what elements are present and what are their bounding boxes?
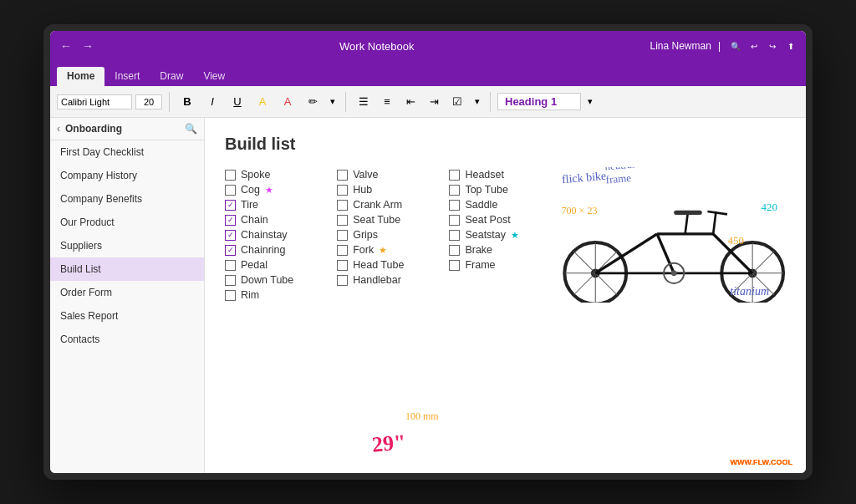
list-item: Spoke bbox=[225, 167, 337, 182]
sidebar-back-icon[interactable]: ‹ bbox=[57, 123, 60, 135]
checkbox-handlebar[interactable] bbox=[337, 275, 348, 286]
item-label: Pedal bbox=[241, 259, 268, 271]
checkbox-top-tube[interactable] bbox=[449, 185, 460, 196]
clear-format-button[interactable]: ✏ bbox=[302, 91, 324, 113]
font-size-input[interactable] bbox=[135, 94, 162, 109]
item-label: Head Tube bbox=[353, 259, 404, 271]
checkbox-chain[interactable] bbox=[225, 215, 236, 226]
checklist-column-3: Headset Top Tube Saddle bbox=[449, 167, 561, 303]
sidebar-item-sales-report[interactable]: Sales Report bbox=[50, 304, 204, 328]
sidebar-item-order-form[interactable]: Order Form bbox=[50, 281, 204, 304]
checkbox-hub[interactable] bbox=[337, 185, 348, 196]
annotation-100mm: 100 mm bbox=[405, 410, 439, 423]
item-label: Frame bbox=[465, 259, 495, 271]
heading-selector[interactable] bbox=[497, 93, 581, 110]
sidebar-item-build-list[interactable]: Build List bbox=[50, 257, 204, 281]
tab-draw[interactable]: Draw bbox=[150, 67, 193, 86]
ribbon-toolbar: B I U A A ✏ ▾ ☰ ≡ ⇤ ⇥ ☑ ▾ ▾ bbox=[50, 86, 806, 118]
star-icon-orange: ★ bbox=[379, 245, 387, 256]
undo-icon[interactable]: ↩ bbox=[746, 38, 762, 54]
item-label: Grips bbox=[353, 229, 378, 241]
checkbox-pedal[interactable] bbox=[225, 260, 236, 271]
sidebar-section-title: Onboarding bbox=[65, 123, 180, 135]
checkbox-cog[interactable] bbox=[225, 185, 236, 196]
decrease-indent-button[interactable]: ⇤ bbox=[400, 91, 421, 113]
sidebar-item-company-benefits[interactable]: Company Benefits bbox=[50, 187, 204, 211]
item-label: Saddle bbox=[465, 199, 497, 211]
svg-line-20 bbox=[713, 211, 716, 234]
checkbox-saddle[interactable] bbox=[449, 200, 460, 211]
sidebar: ‹ Onboarding 🔍 First Day Checklist Compa… bbox=[50, 118, 205, 473]
increase-indent-button[interactable]: ⇥ bbox=[423, 91, 445, 113]
checkbox-down-tube[interactable] bbox=[225, 275, 236, 286]
list-item: Fork ★ bbox=[337, 242, 449, 257]
item-label: Fork bbox=[353, 244, 374, 256]
share-icon[interactable]: ⬆ bbox=[782, 38, 799, 54]
checkbox-seatstay[interactable] bbox=[449, 230, 460, 241]
item-label: Headset bbox=[465, 169, 504, 181]
checkbox-valve[interactable] bbox=[337, 170, 348, 181]
search-icon[interactable]: 🔍 bbox=[727, 38, 744, 54]
item-label: Down Tube bbox=[241, 274, 293, 286]
sidebar-item-company-history[interactable]: Company History bbox=[50, 164, 204, 187]
sidebar-search-bar: ‹ Onboarding 🔍 bbox=[50, 118, 204, 140]
highlight-button[interactable]: A bbox=[252, 91, 273, 113]
tab-view[interactable]: View bbox=[193, 67, 235, 86]
bullet-list-button[interactable]: ☰ bbox=[353, 91, 374, 113]
svg-rect-19 bbox=[674, 211, 702, 215]
content-inner: Build list Spoke Cog ★ bbox=[205, 118, 806, 473]
tab-insert[interactable]: Insert bbox=[104, 67, 150, 86]
screen: ← → Work Notebook Lina Newman | 🔍 ↩ ↪ ⬆ … bbox=[50, 31, 806, 473]
underline-button[interactable]: U bbox=[227, 91, 248, 113]
list-item: Down Tube bbox=[225, 272, 337, 288]
item-label: Spoke bbox=[241, 169, 270, 181]
sidebar-item-our-product[interactable]: Our Product bbox=[50, 211, 204, 234]
checkbox-spoke[interactable] bbox=[225, 170, 236, 181]
checkbox-button[interactable]: ☑ bbox=[446, 91, 468, 113]
checkbox-seat-tube[interactable] bbox=[337, 215, 348, 226]
checkbox-chainring[interactable] bbox=[225, 245, 236, 256]
checkbox-head-tube[interactable] bbox=[337, 260, 348, 271]
back-arrow[interactable]: ← bbox=[57, 38, 75, 54]
heading-dropdown[interactable]: ▾ bbox=[584, 94, 596, 109]
page-title: Build list bbox=[225, 135, 786, 154]
numbered-list-button[interactable]: ≡ bbox=[376, 91, 398, 113]
item-label: Chain bbox=[241, 214, 268, 226]
redo-icon[interactable]: ↪ bbox=[764, 38, 781, 54]
list-item: Top Tube bbox=[449, 182, 561, 197]
list-item: Handlebar bbox=[337, 272, 449, 288]
list-item: Chainring bbox=[225, 242, 337, 257]
sidebar-item-suppliers[interactable]: Suppliers bbox=[50, 234, 204, 257]
checkbox-frame[interactable] bbox=[449, 260, 460, 271]
watermark-label: WWW.FLW.COOL bbox=[731, 458, 792, 466]
svg-point-24 bbox=[670, 270, 676, 276]
list-item: Rim bbox=[225, 288, 337, 303]
list-item: Seat Tube bbox=[337, 212, 449, 227]
checkbox-brake[interactable] bbox=[449, 245, 460, 256]
bold-button[interactable]: B bbox=[176, 91, 198, 113]
checklist-section: Spoke Cog ★ Tire bbox=[225, 167, 786, 303]
checkbox-seat-post[interactable] bbox=[449, 215, 460, 226]
format-dropdown[interactable]: ▾ bbox=[327, 94, 339, 109]
font-name-input[interactable] bbox=[57, 94, 132, 109]
list-dropdown[interactable]: ▾ bbox=[471, 94, 483, 109]
checkbox-crank-arm[interactable] bbox=[337, 200, 348, 211]
checkbox-fork[interactable] bbox=[337, 245, 348, 256]
checkbox-headset[interactable] bbox=[449, 170, 460, 181]
italic-button[interactable]: I bbox=[201, 91, 223, 113]
star-icon-pink: ★ bbox=[265, 185, 273, 196]
checklist-column-1: Spoke Cog ★ Tire bbox=[225, 167, 337, 303]
checkbox-rim[interactable] bbox=[225, 290, 236, 301]
checkbox-grips[interactable] bbox=[337, 230, 348, 241]
sidebar-search-icon[interactable]: 🔍 bbox=[185, 123, 197, 135]
sidebar-item-contacts[interactable]: Contacts bbox=[50, 328, 204, 351]
item-label: Top Tube bbox=[465, 184, 507, 196]
list-item: Brake bbox=[449, 242, 561, 257]
checkbox-chainstay[interactable] bbox=[225, 230, 236, 241]
checkbox-tire[interactable] bbox=[225, 200, 236, 211]
forward-arrow[interactable]: → bbox=[79, 38, 97, 54]
tab-home[interactable]: Home bbox=[57, 67, 104, 86]
sidebar-item-first-day[interactable]: First Day Checklist bbox=[50, 140, 204, 164]
font-color-button[interactable]: A bbox=[277, 91, 298, 113]
separator-1 bbox=[169, 92, 170, 112]
